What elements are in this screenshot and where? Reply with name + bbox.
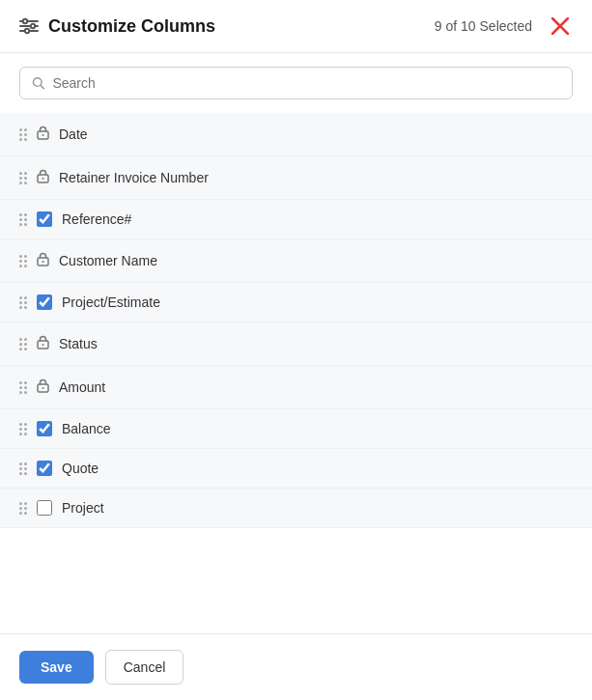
lock-icon xyxy=(37,378,49,397)
column-checkbox[interactable] xyxy=(37,421,52,436)
column-label: Project xyxy=(62,500,573,516)
list-item[interactable]: Project/Estimate xyxy=(0,283,592,322)
cancel-button[interactable]: Cancel xyxy=(105,650,184,685)
lock-icon xyxy=(37,125,49,144)
close-button[interactable] xyxy=(548,15,573,37)
modal-header: Customize Columns 9 of 10 Selected xyxy=(0,0,592,53)
column-checkbox[interactable] xyxy=(37,211,52,227)
column-label: Reference# xyxy=(62,211,573,227)
svg-point-13 xyxy=(42,178,44,180)
search-container xyxy=(0,53,592,113)
drag-handle xyxy=(19,462,27,475)
selected-count: 9 of 10 Selected xyxy=(435,18,532,34)
list-item[interactable]: Amount xyxy=(0,366,592,409)
header-left: Customize Columns xyxy=(19,16,215,37)
column-checkbox[interactable] xyxy=(37,461,52,476)
column-checkbox[interactable] xyxy=(37,500,52,516)
drag-handle xyxy=(19,296,27,309)
save-button[interactable]: Save xyxy=(19,651,94,684)
search-wrapper xyxy=(19,67,573,99)
lock-icon xyxy=(37,251,49,270)
column-label: Project/Estimate xyxy=(62,294,573,310)
search-input[interactable] xyxy=(52,75,560,91)
column-label: Retainer Invoice Number xyxy=(59,170,573,185)
drag-handle xyxy=(19,213,27,226)
list-item[interactable]: Retainer Invoice Number xyxy=(0,156,592,200)
lock-icon xyxy=(37,334,49,353)
customize-columns-modal: Customize Columns 9 of 10 Selected xyxy=(0,0,592,700)
list-item[interactable]: Quote xyxy=(0,449,592,489)
list-item[interactable]: Reference# xyxy=(0,200,592,239)
list-item[interactable]: Date xyxy=(0,113,592,156)
modal-title: Customize Columns xyxy=(48,16,215,37)
search-icon xyxy=(32,76,44,90)
column-label: Customer Name xyxy=(59,253,573,268)
column-label: Status xyxy=(59,336,573,351)
svg-point-11 xyxy=(42,134,44,136)
column-label: Quote xyxy=(62,461,573,476)
column-label: Balance xyxy=(62,421,573,436)
svg-point-5 xyxy=(25,29,29,33)
column-label: Date xyxy=(59,126,573,142)
drag-handle xyxy=(19,172,27,184)
svg-point-17 xyxy=(42,344,44,346)
column-label: Amount xyxy=(59,379,573,395)
svg-point-1 xyxy=(23,19,27,23)
list-item[interactable]: Customer Name xyxy=(0,239,592,283)
drag-handle xyxy=(19,338,27,350)
close-icon xyxy=(551,17,569,35)
column-checkbox[interactable] xyxy=(37,294,52,310)
svg-point-3 xyxy=(31,24,35,28)
list-item[interactable]: Status xyxy=(0,322,592,366)
customize-icon xyxy=(19,17,39,35)
drag-handle xyxy=(19,502,27,515)
modal-footer: Save Cancel xyxy=(0,633,592,700)
drag-handle xyxy=(19,423,27,435)
svg-line-9 xyxy=(41,85,43,88)
list-item[interactable]: Balance xyxy=(0,409,592,449)
drag-handle xyxy=(19,128,27,141)
drag-handle xyxy=(19,381,27,394)
list-item[interactable]: Project xyxy=(0,489,592,528)
lock-icon xyxy=(37,168,49,187)
svg-point-19 xyxy=(42,387,44,389)
header-right: 9 of 10 Selected xyxy=(435,15,573,37)
drag-handle xyxy=(19,255,27,267)
columns-list: Date Retainer Invoice Number Reference# xyxy=(0,113,592,633)
svg-point-15 xyxy=(42,261,44,263)
